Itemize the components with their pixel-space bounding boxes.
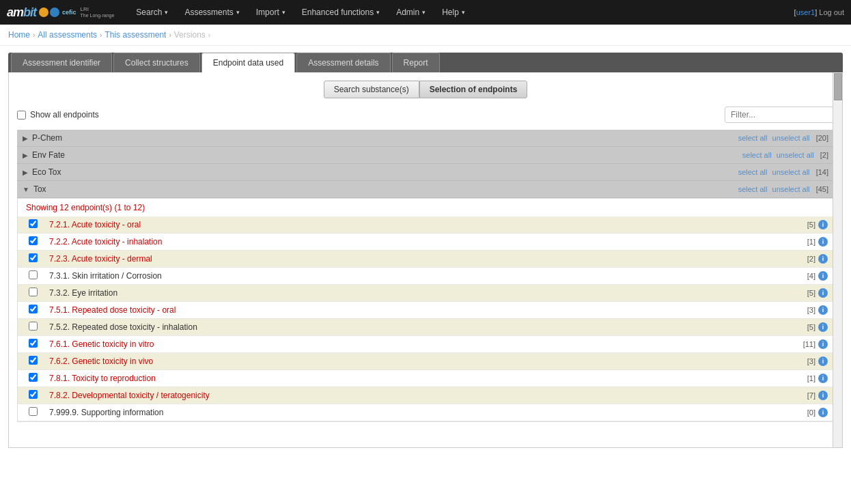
envfate-actions: select all unselect all [2] [741,151,828,159]
info-icon[interactable]: i [818,374,828,383]
endpoint-count: [7] [807,391,815,400]
search-substances-button[interactable]: Search substance(s) [324,81,419,98]
tab-collect-structures[interactable]: Collect structures [113,53,200,72]
main-nav: Search ▾ Assessments ▾ Import ▾ Enhanced… [128,0,794,25]
category-ecotox[interactable]: ▶ Eco Tox select all unselect all [14] [17,164,834,181]
nav-help[interactable]: Help ▾ [434,0,473,25]
tab-assessment-details[interactable]: Assessment details [296,53,390,72]
info-icon[interactable]: i [818,322,828,332]
category-envfate[interactable]: ▶ Env Fate select all unselect all [2] [17,147,834,164]
endpoint-row: 7.6.2. Genetic toxicity in vivo[3]i [18,353,833,370]
action-bar: Search substance(s) Selection of endpoin… [17,81,834,98]
breadcrumb-this-assessment[interactable]: This assessment [104,30,166,40]
info-icon[interactable]: i [818,271,828,281]
tox-expanded-section: Showing 12 endpoint(s) (1 to 12) 7.2.1. … [17,198,834,422]
breadcrumb-all-assessments[interactable]: All assessments [38,30,97,40]
endpoint-count: [0] [807,408,815,417]
nav-admin[interactable]: Admin ▾ [388,0,434,25]
ecotox-unselect-all[interactable]: unselect all [772,168,810,176]
scrollbar[interactable] [833,72,842,447]
category-pchem[interactable]: ▶ P-Chem select all unselect all [20] [17,130,834,147]
endpoint-label: 7.999.9. Supporting information [49,408,807,417]
endpoint-checkbox[interactable] [29,219,38,228]
endpoint-row: 7.2.2. Acute toxicity - inhalation[1]i [18,234,833,251]
tox-select-all[interactable]: select all [738,185,768,193]
show-all-checkbox[interactable] [17,111,26,120]
tabs-bar: Assessment identifier Collect structures… [8,53,843,72]
info-icon[interactable]: i [818,356,828,366]
nav-admin-arrow: ▾ [422,9,426,16]
envfate-count: [2] [820,151,828,159]
nav-import[interactable]: Import ▾ [248,0,294,25]
ecotox-count: [14] [816,168,828,176]
endpoint-checkbox[interactable] [29,288,38,296]
endpoint-checkbox[interactable] [29,305,38,313]
endpoint-label: 7.2.2. Acute toxicity - inhalation [49,237,807,247]
endpoint-checkbox[interactable] [29,356,38,365]
logo-icon-2 [50,8,59,17]
endpoint-count: [1] [807,374,815,382]
info-icon[interactable]: i [818,339,828,349]
logout-link[interactable]: Log out [819,8,844,16]
endpoint-count: [5] [807,221,815,229]
scroll-thumb[interactable] [834,73,842,100]
nav-search-arrow: ▾ [165,9,168,16]
info-icon[interactable]: i [818,288,828,298]
endpoint-checkbox[interactable] [29,270,38,279]
envfate-unselect-all[interactable]: unselect all [777,151,814,159]
info-icon[interactable]: i [818,254,828,264]
endpoint-label: 7.8.1. Toxicity to reproduction [49,374,807,383]
endpoint-checkbox[interactable] [29,407,38,416]
pchem-select-all[interactable]: select all [738,134,768,142]
endpoint-row: 7.2.3. Acute toxicity - dermal[2]i [18,251,833,268]
endpoint-row: 7.5.2. Repeated dose toxicity - inhalati… [18,319,833,336]
endpoint-count: [3] [807,357,815,365]
breadcrumb: Home › All assessments › This assessment… [0,25,851,46]
content-panel: Search substance(s) Selection of endpoin… [8,72,843,448]
endpoint-label: 7.6.2. Genetic toxicity in vivo [49,356,807,366]
endpoint-checkbox[interactable] [29,322,38,331]
category-tox[interactable]: ▼ Tox select all unselect all [45] [17,181,834,198]
nav-enhanced-functions[interactable]: Enhanced functions ▾ [294,0,388,25]
nav-assessments[interactable]: Assessments ▾ [176,0,247,25]
endpoint-row: 7.8.2. Developmental toxicity / teratoge… [18,387,833,404]
logo-icon-1 [39,8,48,17]
envfate-select-all[interactable]: select all [742,151,772,159]
user-link[interactable]: user1 [796,8,815,16]
breadcrumb-versions: Versions [174,30,206,40]
endpoint-row: 7.5.1. Repeated dose toxicity - oral[3]i [18,302,833,319]
pchem-label: P-Chem [32,133,737,143]
info-icon[interactable]: i [818,237,828,247]
endpoint-row: 7.8.1. Toxicity to reproduction[1]i [18,370,833,387]
endpoint-count: [5] [807,289,815,297]
filter-row: Show all endpoints [17,107,834,123]
nav-search[interactable]: Search ▾ [128,0,176,25]
pchem-toggle-icon: ▶ [23,135,28,142]
info-icon[interactable]: i [818,408,828,417]
endpoint-checkbox[interactable] [29,236,38,245]
filter-input[interactable] [725,107,834,123]
breadcrumb-home[interactable]: Home [8,30,30,40]
tab-report[interactable]: Report [392,53,440,72]
endpoint-checkbox[interactable] [29,253,38,262]
info-icon[interactable]: i [818,220,828,229]
endpoint-checkbox[interactable] [29,373,38,382]
logo-lri: LRI The Long-range [81,7,115,18]
nav-enhanced-functions-arrow: ▾ [376,9,380,16]
pchem-unselect-all[interactable]: unselect all [772,134,810,142]
logo-icons: cefic LRI The Long-range [39,7,114,18]
info-icon[interactable]: i [818,391,828,400]
tab-assessment-identifier[interactable]: Assessment identifier [11,53,112,72]
tab-endpoint-data-used[interactable]: Endpoint data used [201,53,295,72]
ecotox-select-all[interactable]: select all [738,168,768,176]
nav-assessments-arrow: ▾ [236,9,240,16]
endpoint-checkbox[interactable] [29,390,38,399]
endpoint-checkbox[interactable] [29,339,38,348]
logo: ambit cefic LRI The Long-range [7,5,114,20]
endpoint-label: 7.3.1. Skin irritation / Corrosion [49,271,807,281]
tox-unselect-all[interactable]: unselect all [772,185,810,193]
endpoint-label: 7.6.1. Genetic toxicity in vitro [49,339,803,349]
info-icon[interactable]: i [818,305,828,315]
selection-of-endpoints-button[interactable]: Selection of endpoints [419,81,528,98]
navbar: ambit cefic LRI The Long-range Search ▾ … [0,0,851,25]
